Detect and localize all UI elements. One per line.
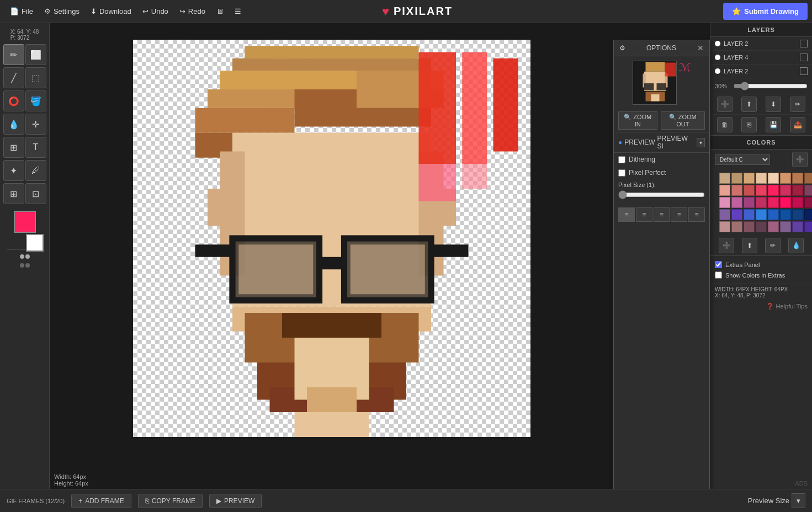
stamp-tool[interactable]: 🖊 <box>25 160 46 181</box>
move-layer-up-btn[interactable]: ⬆ <box>741 97 757 112</box>
eyedropper-tool[interactable]: 💧 <box>3 114 24 135</box>
copy-frame-btn[interactable]: ⎘ COPY FRAME <box>138 494 203 508</box>
copy-layer-btn[interactable]: ⎘ <box>741 117 757 132</box>
show-colors-checkbox[interactable] <box>715 271 722 279</box>
helpful-tip[interactable]: ❓ Helpful Tips <box>710 301 812 312</box>
color-cell-1[interactable] <box>731 173 742 184</box>
color-cell-13[interactable] <box>780 185 791 196</box>
align-custom-btn[interactable]: ≡ <box>688 207 705 222</box>
color-cell-15[interactable] <box>804 185 812 196</box>
select-tool[interactable]: ⬚ <box>25 67 46 88</box>
add-frame-btn[interactable]: + ADD FRAME <box>71 494 131 508</box>
color-cell-8[interactable] <box>719 185 730 196</box>
color-cell-30[interactable] <box>792 209 803 220</box>
sticker-tool[interactable]: ✦ <box>3 160 24 181</box>
color-cell-4[interactable] <box>768 173 779 184</box>
color-cell-11[interactable] <box>756 185 767 196</box>
line-tool[interactable]: ╱ <box>3 67 24 88</box>
color-cell-37[interactable] <box>780 221 791 232</box>
color-cell-32[interactable] <box>719 221 730 232</box>
export-layer-btn[interactable]: 📤 <box>790 117 805 132</box>
pixel-perfect-checkbox[interactable] <box>618 169 625 177</box>
color-cell-19[interactable] <box>756 197 767 208</box>
layer-visibility-1[interactable] <box>800 54 808 61</box>
color-cell-29[interactable] <box>780 209 791 220</box>
color-cell-23[interactable] <box>804 197 812 208</box>
save-layer-btn[interactable]: 💾 <box>766 117 781 132</box>
layer-visibility-0[interactable] <box>800 40 808 47</box>
palette-select[interactable]: Default C <box>715 154 770 165</box>
secondary-color-swatch[interactable] <box>26 234 44 252</box>
undo-btn[interactable]: ↩ Undo <box>137 0 174 23</box>
pattern-tool[interactable]: ⊞ <box>3 183 24 204</box>
color-cell-27[interactable] <box>756 209 767 220</box>
crop-tool[interactable]: ⊡ <box>25 183 46 204</box>
color-cell-14[interactable] <box>792 185 803 196</box>
layer-item-0[interactable]: LAYER 2 <box>710 37 812 51</box>
paint-tool[interactable]: 🪣 <box>25 90 46 111</box>
color-cell-12[interactable] <box>768 185 779 196</box>
delete-layer-btn[interactable]: 🗑 <box>717 117 733 132</box>
pixel-canvas[interactable] <box>133 40 530 437</box>
canvas-container[interactable] <box>61 40 602 472</box>
ellipse-tool[interactable]: ⭕ <box>3 90 24 111</box>
layer-visibility-2[interactable] <box>800 67 808 75</box>
canvas-area[interactable]: Width: 64px Height: 64px <box>50 23 613 489</box>
submit-button[interactable]: ⭐ Submit Drawing <box>723 3 808 20</box>
download-menu[interactable]: ⬇ Download <box>85 0 137 23</box>
text-tool[interactable]: T <box>25 137 46 158</box>
color-cell-17[interactable] <box>731 197 742 208</box>
color-cell-39[interactable] <box>804 221 812 232</box>
color-cell-10[interactable] <box>744 185 755 196</box>
color-cell-16[interactable] <box>719 197 730 208</box>
color-cell-5[interactable] <box>780 173 791 184</box>
color-cell-26[interactable] <box>744 209 755 220</box>
extras-panel-checkbox[interactable] <box>715 261 722 268</box>
fill-color-btn[interactable]: 💧 <box>788 238 804 253</box>
color-cell-9[interactable] <box>731 185 742 196</box>
zoom-slider[interactable] <box>734 82 808 90</box>
menu-btn[interactable]: ☰ <box>229 0 247 23</box>
redo-btn[interactable]: ↪ Redo <box>174 0 211 23</box>
move-layer-down-btn[interactable]: ⬇ <box>766 97 781 112</box>
grid-tool[interactable]: ⊞ <box>3 137 24 158</box>
preview-size-dropdown[interactable]: ▾ <box>697 138 705 147</box>
color-cell-0[interactable] <box>719 173 730 184</box>
file-menu[interactable]: 📄 File <box>4 0 39 23</box>
layer-item-1[interactable]: LAYER 4 <box>710 51 812 65</box>
color-cell-22[interactable] <box>792 197 803 208</box>
color-cell-36[interactable] <box>768 221 779 232</box>
preview-btn[interactable]: ▶ PREVIEW <box>209 494 262 508</box>
color-cell-6[interactable] <box>792 173 803 184</box>
color-cell-25[interactable] <box>731 209 742 220</box>
pixel-size-slider[interactable] <box>618 190 705 199</box>
color-cell-7[interactable] <box>804 173 812 184</box>
color-cell-18[interactable] <box>744 197 755 208</box>
layer-item-2[interactable]: LAYER 2 <box>710 65 812 78</box>
color-cell-38[interactable] <box>792 221 803 232</box>
preview-size-dropdown-btn[interactable]: ▾ <box>792 493 805 508</box>
dithering-checkbox[interactable] <box>618 156 625 163</box>
share-color-btn[interactable]: ⬆ <box>742 238 757 253</box>
color-cell-33[interactable] <box>731 221 742 232</box>
color-cell-2[interactable] <box>744 173 755 184</box>
pencil-tool[interactable]: ✏ <box>3 44 24 65</box>
move-tool[interactable]: ✛ <box>25 114 46 135</box>
zoom-out-btn[interactable]: 🔍 ZOOM OUT <box>661 111 705 130</box>
display-btn[interactable]: 🖥 <box>211 0 229 23</box>
color-cell-31[interactable] <box>804 209 812 220</box>
add-color-palette-btn[interactable]: ➕ <box>719 238 734 253</box>
color-cell-28[interactable] <box>768 209 779 220</box>
color-cell-20[interactable] <box>768 197 779 208</box>
eyedrop-color-btn[interactable]: ✏ <box>765 238 781 253</box>
add-layer-btn[interactable]: ➕ <box>717 97 733 112</box>
edit-layer-btn[interactable]: ✏ <box>790 97 805 112</box>
settings-menu[interactable]: ⚙ Settings <box>39 0 85 23</box>
color-cell-3[interactable] <box>756 173 767 184</box>
align-center-btn[interactable]: ≡ <box>636 207 652 222</box>
zoom-in-btn[interactable]: 🔍 ZOOM IN <box>618 111 657 130</box>
primary-color-swatch[interactable] <box>14 211 36 233</box>
align-justify-btn[interactable]: ≡ <box>671 207 687 222</box>
color-cell-34[interactable] <box>744 221 755 232</box>
align-right-btn[interactable]: ≡ <box>654 207 670 222</box>
